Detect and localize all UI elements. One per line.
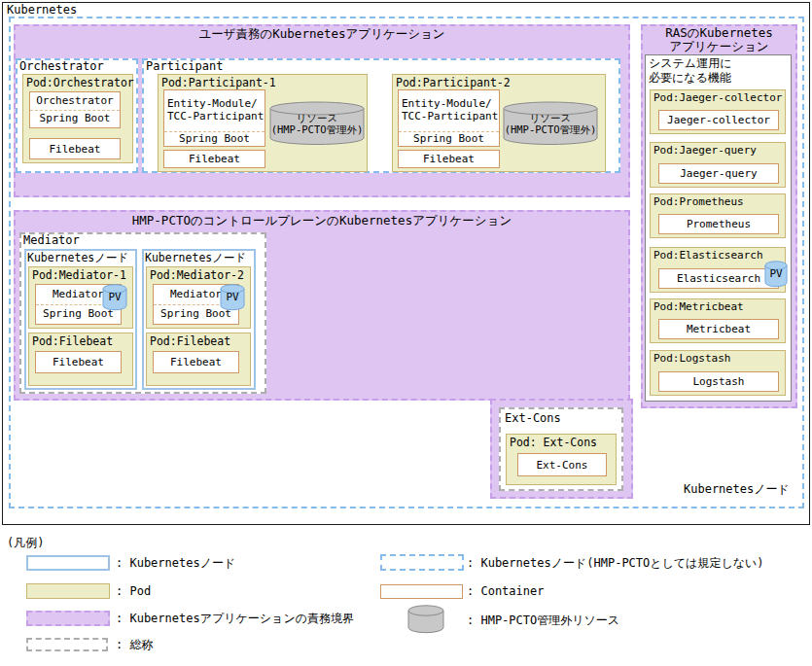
filebeat-pod-2-label: Pod:Filebeat (147, 333, 250, 350)
participant-2-resource-label: リソース (HMP-PCTO管理外) (493, 101, 608, 146)
ras-pod-metricbeat-label: Pod:Metricbeat (651, 299, 785, 316)
ras-pod-prometheus: Pod:Prometheus Prometheus (650, 193, 786, 238)
legend-container-swatch (380, 584, 463, 599)
legend-boundary-swatch (26, 611, 110, 626)
mediator-2-pv-label: PV (220, 292, 245, 304)
participant-2-app-label: Entity-Module/ TCC-Participant (399, 90, 499, 131)
participant-group-label: Participant (146, 60, 223, 74)
ext-cons-pod-label: Pod: Ext-Cons (507, 435, 616, 451)
legend-pod-swatch (26, 583, 110, 599)
legend-title: (凡例) (7, 537, 44, 550)
legend-resource-label: : HMP-PCTO管理外リソース (467, 614, 619, 628)
metricbeat-container: Metricbeat (658, 319, 779, 339)
legend-node-label: : Kubernetesノード (116, 557, 235, 571)
legend-container-label: : Container (467, 585, 544, 599)
participant-1-app-line2: TCC-Participant (167, 111, 264, 123)
ext-cons-container: Ext-Cons (517, 453, 607, 476)
filebeat-pod-1-label: Pod:Filebeat (29, 333, 132, 350)
node-label-bottom-right: Kubernetesノード (684, 483, 790, 497)
resource-line1: リソース (530, 112, 572, 123)
ras-pod-prometheus-label: Pod:Prometheus (651, 194, 785, 211)
ras-pod-jaeger-collector: Pod:Jaeger-collector Jaeger-collector (650, 89, 786, 134)
control-region-title: HMP-PCTOのコントロールプレーンのKubernetesアプリケーション (14, 214, 630, 228)
participant-2-filebeat-container: Filebeat (398, 150, 500, 168)
ras-pod-logstash-label: Pod:Logstash (651, 351, 785, 368)
participant-2-container: Entity-Module/ TCC-Participant Spring Bo… (398, 89, 500, 147)
legend-pod-label: : Pod (116, 585, 151, 599)
participant-1-resource-cylinder: リソース (HMP-PCTO管理外) (269, 101, 365, 146)
system-functions-label-line1: システム運用に (649, 57, 731, 71)
participant-2-app-line2: TCC-Participant (402, 111, 498, 123)
elasticsearch-pv-label: PV (764, 268, 788, 281)
legend-unspecified-node-label: : Kubernetesノード(HMP-PCTOとしては規定しない) (467, 557, 763, 571)
system-functions-label-line2: 必要になる機能 (649, 72, 731, 86)
ras-pod-logstash: Pod:Logstash Logstash (650, 350, 786, 396)
mediator-group-label: Mediator (23, 234, 80, 248)
participant-2-springboot-label: Spring Boot (399, 131, 499, 146)
participant-1-app-label: Entity-Module/ TCC-Participant (164, 90, 265, 131)
legend-unspecified-node-swatch (380, 554, 464, 571)
legend-generic-label: : 総称 (116, 639, 153, 652)
filebeat-1-container: Filebeat (35, 351, 122, 373)
orchestrator-container: Orchestrator Spring Boot (29, 91, 121, 128)
mediator-1-pv-label: PV (102, 292, 127, 304)
elasticsearch-container: Elasticsearch (658, 268, 779, 289)
ras-pod-metricbeat: Pod:Metricbeat Metricbeat (650, 298, 786, 343)
ras-pod-jaeger-query-label: Pod:Jaeger-query (651, 143, 785, 159)
participant-2-resource-cylinder: リソース (HMP-PCTO管理外) (503, 101, 598, 146)
legend-node-swatch (26, 555, 110, 571)
cluster-label: Kubernetes (7, 4, 77, 18)
mediator-node-2-label: Kubernetesノード (145, 252, 246, 264)
jaeger-query-container: Jaeger-query (658, 163, 779, 184)
resource-line1: リソース (297, 112, 338, 123)
participant-1-springboot-label: Spring Boot (164, 131, 265, 146)
kubernetes-architecture-diagram: Kubernetes ユーザ責務のKubernetesアプリケーション Orch… (0, 0, 812, 666)
orchestrator-group-label: Orchestrator (19, 60, 104, 74)
legend-boundary-label: : Kubernetesアプリケーションの責務境界 (116, 613, 354, 626)
orchestrator-filebeat-container: Filebeat (29, 138, 121, 159)
orchestrator-springboot-label: Spring Boot (30, 110, 120, 128)
resource-line2: (HMP-PCTO管理外) (271, 123, 364, 135)
participant-1-filebeat-container: Filebeat (163, 150, 265, 168)
ext-cons-group-label: Ext-Cons (505, 412, 561, 426)
mediator-1-pv-cylinder: PV (102, 284, 127, 311)
resource-line2: (HMP-PCTO管理外) (505, 123, 597, 135)
jaeger-collector-container: Jaeger-collector (658, 110, 779, 130)
user-region-title: ユーザ責務のKubernetesアプリケーション (14, 27, 630, 41)
mediator-2-pv-cylinder: PV (220, 284, 245, 311)
orchestrator-app-label: Orchestrator (30, 92, 120, 110)
legend-generic-swatch (26, 638, 108, 651)
mediator-pod-1-label: Pod:Mediator-1 (29, 267, 132, 284)
ras-region-title-line2: アプリケーション (641, 40, 797, 53)
orchestrator-pod-label: Pod:Orchestrator (23, 75, 132, 91)
filebeat-2-container: Filebeat (153, 351, 239, 373)
participant-1-resource-label: リソース (HMP-PCTO管理外) (260, 101, 374, 146)
participant-1-container: Entity-Module/ TCC-Participant Spring Bo… (163, 89, 265, 147)
mediator-pod-2-label: Pod:Mediator-2 (147, 267, 250, 284)
ras-pod-jaeger-collector-label: Pod:Jaeger-collector (651, 90, 785, 107)
prometheus-container: Prometheus (658, 214, 779, 234)
ras-pod-jaeger-query: Pod:Jaeger-query Jaeger-query (650, 142, 786, 188)
legend-resource-cylinder (407, 605, 444, 634)
mediator-node-1-label: Kubernetesノード (27, 252, 128, 264)
elasticsearch-pv-cylinder: PV (764, 261, 788, 288)
logstash-container: Logstash (658, 371, 779, 392)
